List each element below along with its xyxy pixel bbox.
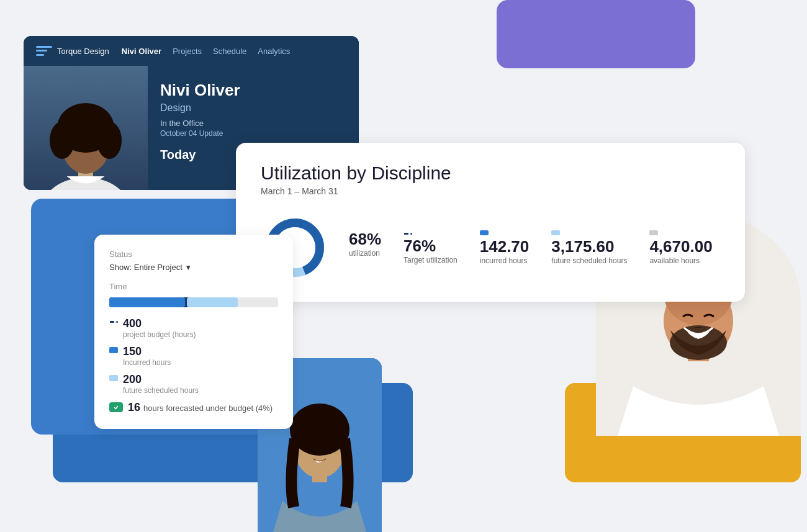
future-icon [551, 230, 560, 235]
stat-utilization: 68% utilization [349, 230, 381, 266]
incurred-dot [109, 347, 118, 353]
profile-photo-svg [24, 66, 148, 190]
svg-point-8 [75, 143, 81, 148]
profile-location: In the Office [160, 119, 346, 128]
status-item-future: 200 future scheduled hours [109, 373, 278, 395]
logo-icon [36, 45, 52, 57]
stat-incurred: 142.70 incurred hours [480, 230, 530, 266]
company-name: Torque Design [57, 47, 109, 56]
svg-point-20 [309, 448, 315, 453]
status-card: Status Show: Entire Project ▾ Time 400 p… [94, 235, 293, 429]
time-bar-future [187, 297, 238, 307]
stat-items: 68% utilization 76% Target utilization 1… [349, 230, 720, 266]
incurred-value: 150 [123, 345, 171, 358]
status-show-label: Show: Entire Project [109, 263, 183, 272]
forecast-value: 16 hours forecasted under budget (4%) [128, 401, 273, 414]
budget-icon [109, 321, 118, 323]
time-bar [109, 297, 278, 307]
time-bar-incurred [109, 297, 185, 307]
budget-label: project budget (hours) [123, 330, 196, 339]
stat-future: 3,175.60 future scheduled hours [551, 230, 627, 266]
profile-department: Design [160, 102, 346, 114]
util-date-range: March 1 – March 31 [261, 186, 720, 196]
util-stats: 68% utilization 76% Target utilization 1… [261, 214, 720, 282]
status-item-budget-text: 400 project budget (hours) [123, 317, 196, 339]
stat-target-header [404, 230, 458, 235]
stat-target: 76% Target utilization [404, 230, 458, 266]
stat-available-value: 4,670.00 [649, 238, 712, 256]
status-items: 400 project budget (hours) 150 Incurred … [109, 317, 278, 414]
status-item-incurred: 150 Incurred hours [109, 345, 278, 367]
incurred-label: Incurred hours [123, 358, 171, 367]
svg-point-21 [324, 448, 330, 453]
status-item-budget: 400 project budget (hours) [109, 317, 278, 339]
stat-target-label: Target utilization [404, 256, 458, 264]
svg-rect-14 [112, 404, 120, 411]
nav-analytics[interactable]: Analytics [258, 47, 290, 56]
nav-projects[interactable]: Projects [173, 47, 202, 56]
future-dot [109, 375, 118, 381]
time-bar-track [109, 297, 278, 307]
status-item-forecast-text: 16 hours forecasted under budget (4%) [128, 401, 273, 414]
stat-available-header [649, 230, 712, 235]
status-show-dropdown[interactable]: Show: Entire Project ▾ [109, 263, 278, 272]
profile-update: October 04 Update [160, 129, 346, 138]
forecast-badge-container [109, 402, 123, 413]
forecast-badge [109, 402, 123, 412]
profile-photo [24, 66, 148, 190]
svg-point-9 [90, 143, 96, 148]
status-item-future-text: 200 future scheduled hours [123, 373, 199, 395]
available-icon [649, 230, 658, 235]
svg-point-7 [62, 104, 109, 139]
profile-name: Nivi Oliver [160, 81, 346, 100]
stat-available: 4,670.00 available hours [649, 230, 712, 266]
stat-incurred-label: incurred hours [480, 256, 530, 265]
bg-purple-shape [497, 0, 695, 68]
stat-utilization-label: utilization [349, 249, 381, 258]
util-title: Utilization by Discipline [261, 163, 720, 184]
logo: Torque Design [36, 45, 109, 57]
stat-future-value: 3,175.60 [551, 238, 627, 256]
future-value: 200 [123, 373, 199, 386]
budget-value: 400 [123, 317, 196, 330]
status-item-forecast: 16 hours forecasted under budget (4%) [109, 401, 278, 414]
stat-target-value: 76% [404, 237, 458, 255]
nav-schedule[interactable]: Schedule [213, 47, 246, 56]
stat-incurred-header [480, 230, 530, 235]
stat-available-label: available hours [649, 256, 712, 265]
target-icon [404, 233, 412, 235]
status-card-title: Status [109, 250, 278, 259]
stat-incurred-value: 142.70 [480, 238, 530, 256]
nav-items: Nivi Oliver Projects Schedule Analytics [122, 47, 291, 56]
stat-utilization-value: 68% [349, 230, 381, 248]
nav-nivi-oliver[interactable]: Nivi Oliver [122, 47, 161, 56]
stat-future-header [551, 230, 627, 235]
future-label: future scheduled hours [123, 386, 199, 395]
incurred-icon [480, 230, 489, 235]
status-item-incurred-text: 150 Incurred hours [123, 345, 171, 367]
check-icon [112, 404, 120, 411]
stat-future-label: future scheduled hours [551, 256, 627, 265]
status-time-label: Time [109, 282, 278, 291]
chevron-down-icon: ▾ [186, 263, 191, 272]
profile-nav: Torque Design Nivi Oliver Projects Sched… [24, 36, 359, 66]
utilization-card: Utilization by Discipline March 1 – Marc… [236, 143, 745, 302]
